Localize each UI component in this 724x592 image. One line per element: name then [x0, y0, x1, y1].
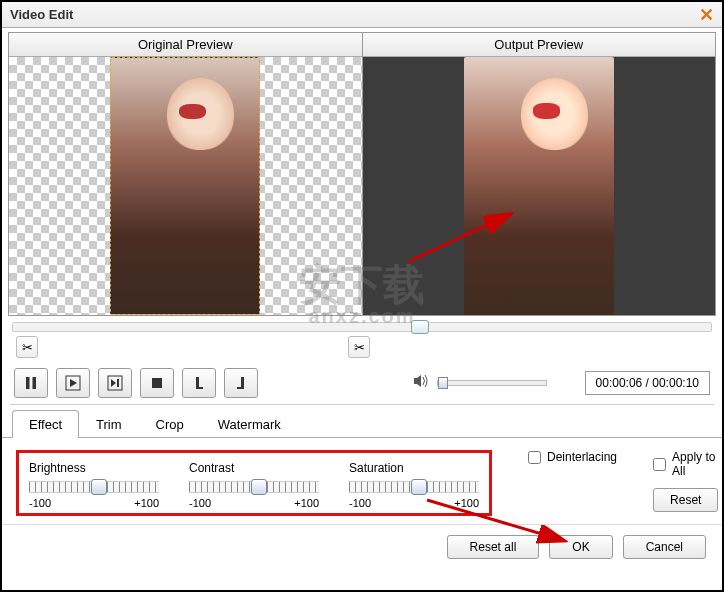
trim-markers-row: ✂ ✂: [2, 332, 722, 358]
brightness-slider[interactable]: [29, 481, 159, 493]
svg-rect-5: [152, 378, 162, 388]
output-preview-label: Output Preview: [363, 33, 716, 57]
saturation-slider[interactable]: [349, 481, 479, 493]
mark-out-button[interactable]: [224, 368, 258, 398]
original-preview-label: Original Preview: [9, 33, 362, 57]
playback-controls: 00:00:06 / 00:00:10: [2, 358, 722, 404]
close-icon[interactable]: ✕: [699, 4, 714, 26]
svg-rect-9: [237, 387, 244, 389]
volume-slider[interactable]: [437, 380, 547, 386]
scissors-icon: ✂: [22, 340, 33, 355]
effect-apply-col: Apply to All Reset: [653, 450, 718, 512]
timeline-row: [2, 316, 722, 332]
brightness-slider-group: Brightness -100+100: [29, 461, 159, 509]
saturation-slider-group: Saturation -100+100: [349, 461, 479, 509]
time-display: 00:00:06 / 00:00:10: [585, 371, 710, 395]
volume-thumb[interactable]: [438, 377, 448, 389]
trim-end-button[interactable]: ✂: [348, 336, 370, 358]
cancel-button[interactable]: Cancel: [623, 535, 706, 559]
contrast-slider[interactable]: [189, 481, 319, 493]
reset-all-button[interactable]: Reset all: [447, 535, 540, 559]
titlebar: Video Edit ✕: [2, 2, 722, 28]
svg-rect-7: [196, 387, 203, 389]
effect-panel: Brightness -100+100 Contrast -100+100 Sa…: [2, 438, 722, 524]
deinterlacing-checkbox[interactable]: [528, 451, 541, 464]
brightness-max: +100: [134, 497, 159, 509]
ok-button[interactable]: OK: [549, 535, 612, 559]
effect-options: Deinterlacing: [528, 450, 617, 464]
volume-control: [413, 373, 547, 393]
pause-button[interactable]: [14, 368, 48, 398]
deinterlacing-label: Deinterlacing: [547, 450, 617, 464]
stop-button[interactable]: [140, 368, 174, 398]
original-preview-panel: Original Preview: [8, 32, 363, 316]
contrast-max: +100: [294, 497, 319, 509]
saturation-max: +100: [454, 497, 479, 509]
speaker-icon[interactable]: [413, 373, 431, 393]
tab-trim[interactable]: Trim: [79, 410, 139, 438]
output-preview-viewport: [363, 57, 716, 315]
saturation-label: Saturation: [349, 461, 479, 475]
output-preview-panel: Output Preview: [363, 32, 717, 316]
brightness-min: -100: [29, 497, 51, 509]
play-button[interactable]: [56, 368, 90, 398]
tabs: Effect Trim Crop Watermark: [2, 409, 722, 438]
contrast-label: Contrast: [189, 461, 319, 475]
video-edit-window: Video Edit ✕ Original Preview Output Pre…: [0, 0, 724, 592]
contrast-slider-group: Contrast -100+100: [189, 461, 319, 509]
svg-rect-4: [117, 379, 119, 387]
svg-rect-0: [26, 377, 30, 389]
svg-rect-1: [33, 377, 37, 389]
trim-start-button[interactable]: ✂: [16, 336, 38, 358]
brightness-thumb[interactable]: [91, 479, 107, 495]
tab-effect[interactable]: Effect: [12, 410, 79, 438]
dialog-footer: Reset all OK Cancel: [2, 524, 722, 573]
window-title: Video Edit: [10, 7, 73, 22]
apply-all-checkbox[interactable]: [653, 458, 666, 471]
saturation-min: -100: [349, 497, 371, 509]
timeline-track[interactable]: [12, 322, 712, 332]
apply-all-checkbox-row[interactable]: Apply to All: [653, 450, 718, 478]
effect-sliders-group: Brightness -100+100 Contrast -100+100 Sa…: [16, 450, 492, 516]
deinterlacing-checkbox-row[interactable]: Deinterlacing: [528, 450, 617, 464]
step-forward-button[interactable]: [98, 368, 132, 398]
tab-watermark[interactable]: Watermark: [201, 410, 298, 438]
original-frame-image: [110, 57, 260, 315]
reset-effect-button[interactable]: Reset: [653, 488, 718, 512]
output-frame-image: [464, 57, 614, 315]
tab-crop[interactable]: Crop: [139, 410, 201, 438]
mark-in-button[interactable]: [182, 368, 216, 398]
preview-row: Original Preview Output Preview: [2, 28, 722, 316]
original-preview-viewport: [9, 57, 362, 315]
scissors-icon: ✂: [354, 340, 365, 355]
saturation-thumb[interactable]: [411, 479, 427, 495]
timeline-thumb[interactable]: [411, 320, 429, 334]
contrast-thumb[interactable]: [251, 479, 267, 495]
brightness-label: Brightness: [29, 461, 159, 475]
contrast-min: -100: [189, 497, 211, 509]
apply-all-label: Apply to All: [672, 450, 718, 478]
